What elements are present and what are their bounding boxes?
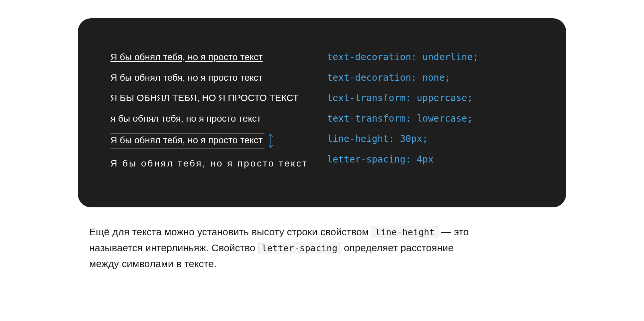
example-lowercase: Я бы обнял тебя, но я просто текст bbox=[110, 113, 317, 124]
line-height-box: Я бы обнял тебя, но я просто текст bbox=[110, 133, 264, 149]
code-line: line-height: 30px; bbox=[327, 133, 534, 145]
explanatory-paragraph: Ещё для текста можно установить высоту с… bbox=[89, 224, 482, 272]
example-line-height: Я бы обнял тебя, но я просто текст bbox=[110, 133, 317, 149]
example-uppercase: Я бы обнял тебя, но я просто текст bbox=[110, 92, 317, 104]
page: Я бы обнял тебя, но я просто текст Я бы … bbox=[0, 18, 644, 272]
code-line: letter-spacing: 4px bbox=[327, 154, 534, 165]
vertical-arrow-icon bbox=[268, 133, 274, 149]
inline-code-letter-spacing: letter-spacing bbox=[258, 242, 341, 254]
code-column: text-decoration: underline; text-decorat… bbox=[327, 52, 534, 169]
code-line: text-transform: uppercase; bbox=[327, 92, 534, 104]
inline-code-line-height: line-height bbox=[372, 226, 438, 238]
example-underline: Я бы обнял тебя, но я просто текст bbox=[110, 52, 317, 63]
paragraph-text: Ещё для текста можно установить высоту с… bbox=[89, 226, 372, 237]
examples-column: Я бы обнял тебя, но я просто текст Я бы … bbox=[110, 52, 317, 169]
example-none: Я бы обнял тебя, но я просто текст bbox=[110, 72, 317, 83]
code-line: text-decoration: none; bbox=[327, 72, 534, 83]
css-text-example-panel: Я бы обнял тебя, но я просто текст Я бы … bbox=[78, 18, 566, 207]
code-line: text-transform: lowercase; bbox=[327, 113, 534, 124]
code-line: text-decoration: underline; bbox=[327, 52, 534, 63]
example-letter-spacing: Я бы обнял тебя, но я просто текст bbox=[110, 158, 317, 169]
